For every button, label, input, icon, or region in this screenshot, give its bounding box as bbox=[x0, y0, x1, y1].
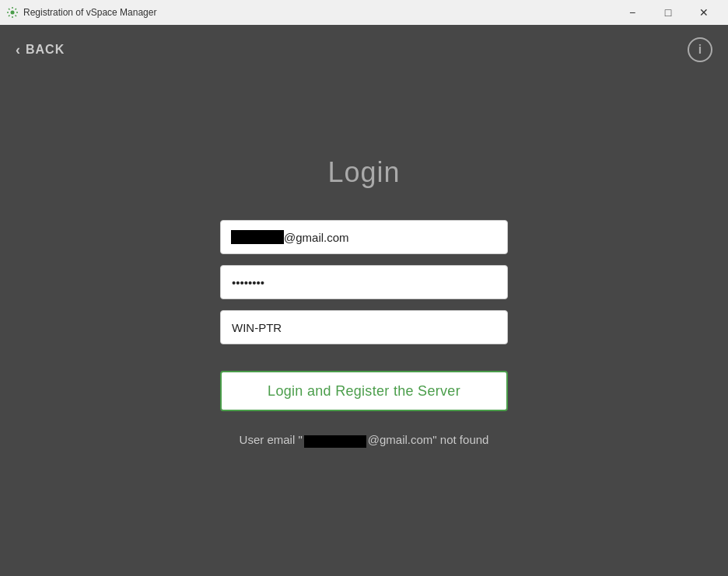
app-content: ‹ BACK i Login @gmail.com Login and Regi… bbox=[0, 25, 728, 576]
login-register-button[interactable]: Login and Register the Server bbox=[220, 371, 508, 411]
info-button[interactable]: i bbox=[688, 37, 712, 62]
error-message: User email "@gmail.com" not found bbox=[220, 433, 508, 447]
main-area: Login @gmail.com Login and Register the … bbox=[0, 75, 728, 576]
svg-point-0 bbox=[11, 11, 15, 15]
title-bar: Registration of vSpace Manager − □ ✕ bbox=[0, 0, 728, 25]
window-title: Registration of vSpace Manager bbox=[23, 7, 156, 18]
back-button[interactable]: ‹ BACK bbox=[16, 42, 65, 58]
back-chevron-icon: ‹ bbox=[16, 42, 21, 58]
email-input[interactable] bbox=[220, 220, 508, 254]
error-redacted-block bbox=[304, 435, 366, 448]
app-icon bbox=[6, 6, 19, 19]
server-input[interactable] bbox=[220, 310, 508, 344]
email-field-wrapper: @gmail.com bbox=[220, 220, 508, 254]
password-input[interactable] bbox=[220, 265, 508, 299]
error-prefix: User email " bbox=[240, 433, 303, 446]
back-label: BACK bbox=[26, 43, 65, 57]
close-button[interactable]: ✕ bbox=[686, 0, 722, 25]
login-heading: Login bbox=[327, 156, 400, 189]
window-controls: − □ ✕ bbox=[614, 0, 722, 25]
top-nav: ‹ BACK i bbox=[0, 25, 728, 75]
error-suffix: @gmail.com" not found bbox=[368, 433, 489, 446]
login-form: @gmail.com Login and Register the Server… bbox=[220, 220, 508, 447]
title-bar-left: Registration of vSpace Manager bbox=[6, 6, 156, 19]
maximize-button[interactable]: □ bbox=[650, 0, 686, 25]
minimize-button[interactable]: − bbox=[614, 0, 650, 25]
